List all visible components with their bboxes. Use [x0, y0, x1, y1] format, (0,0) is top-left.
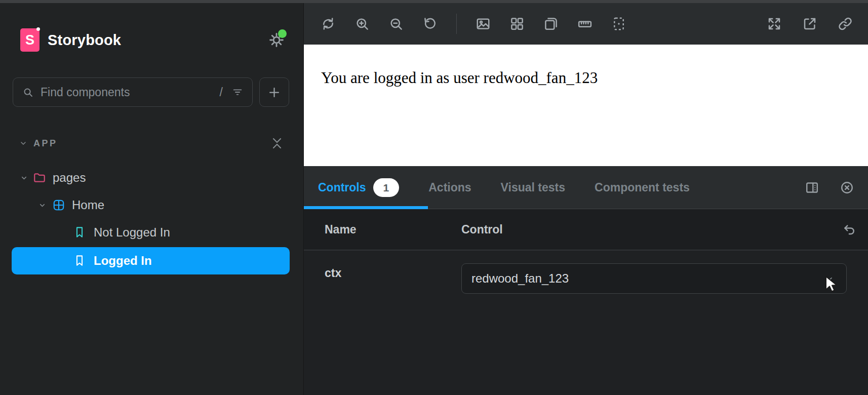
- canvas-toolbar: [304, 3, 868, 45]
- controls-table-header: Name Control: [304, 209, 868, 250]
- component-icon: [52, 199, 65, 212]
- bookmark-icon: [74, 254, 85, 267]
- remount-icon: [321, 16, 336, 31]
- active-tab-underline: [304, 206, 428, 209]
- chevron-down-icon[interactable]: [38, 202, 46, 209]
- tree-item-label: Home: [72, 198, 104, 212]
- fullscreen-button[interactable]: [767, 16, 782, 31]
- tree-item-not-logged-in[interactable]: Not Logged In: [0, 219, 303, 246]
- tab-visual-tests[interactable]: Visual tests: [501, 181, 565, 194]
- tree-item-logged-in[interactable]: Logged In: [12, 247, 290, 274]
- column-header-name: Name: [325, 209, 357, 250]
- collapse-icon: [271, 135, 283, 152]
- copy-link-button[interactable]: [838, 16, 853, 31]
- close-icon: [840, 180, 854, 195]
- story-text: You are logged in as user redwood_fan_12…: [304, 45, 868, 87]
- search-box[interactable]: /: [13, 77, 253, 107]
- tree-item-pages[interactable]: pages: [0, 164, 303, 191]
- backgrounds-button[interactable]: [476, 16, 491, 31]
- close-panel-button[interactable]: [840, 180, 854, 195]
- folder-icon: [33, 171, 46, 184]
- collapse-all-button[interactable]: [271, 135, 283, 152]
- tab-label: Controls: [318, 181, 366, 194]
- external-link-icon: [802, 16, 817, 31]
- toolbar-right-group: [767, 16, 853, 31]
- zoom-in-icon: [354, 16, 370, 31]
- bookmark-icon: [74, 226, 85, 239]
- controls-count-badge: 1: [373, 178, 400, 197]
- zoom-out-icon: [388, 16, 404, 31]
- tree-item-label: Not Logged In: [94, 225, 170, 240]
- ruler-icon: [577, 16, 593, 31]
- tab-actions[interactable]: Actions: [428, 181, 471, 194]
- app-title: Storybook: [48, 32, 121, 49]
- reset-zoom-icon: [422, 16, 438, 31]
- tabbar-right-group: [805, 180, 868, 195]
- toolbar-divider: [456, 14, 457, 34]
- tab-component-tests[interactable]: Component tests: [595, 181, 690, 194]
- component-tree: pages Home Not Logged In Logged In: [0, 164, 303, 274]
- story-canvas: You are logged in as user redwood_fan_12…: [304, 45, 868, 166]
- tab-label: Actions: [428, 181, 471, 194]
- chevron-down-icon: [19, 139, 27, 147]
- viewport-icon: [543, 16, 559, 31]
- zoom-in-button[interactable]: [354, 16, 370, 31]
- remount-button[interactable]: [321, 16, 336, 31]
- controls-table-body: ctx redwood_fan_123: [304, 251, 868, 395]
- link-icon: [838, 16, 853, 31]
- notification-dot: [278, 29, 287, 38]
- reset-zoom-button[interactable]: [422, 16, 438, 31]
- zoom-out-button[interactable]: [388, 16, 404, 31]
- arg-name: ctx: [325, 266, 341, 280]
- sidebar: S Storybook / APP: [0, 3, 304, 395]
- panel-position-button[interactable]: [805, 180, 819, 195]
- open-new-tab-button[interactable]: [802, 16, 817, 31]
- sidebar-section-app[interactable]: APP: [19, 134, 284, 153]
- create-story-button[interactable]: [259, 77, 289, 107]
- storybook-logo-icon: S: [20, 28, 40, 52]
- image-icon: [476, 16, 491, 31]
- column-header-control: Control: [461, 209, 503, 250]
- tab-label: Component tests: [595, 181, 690, 194]
- tree-item-label: Logged In: [94, 254, 152, 268]
- preview-area: You are logged in as user redwood_fan_12…: [304, 3, 868, 395]
- logo-letter: S: [25, 32, 34, 48]
- measure-button[interactable]: [577, 16, 593, 31]
- addon-tabbar: Controls 1 Actions Visual tests Componen…: [304, 166, 868, 209]
- undo-icon: [842, 222, 857, 237]
- search-input[interactable]: [41, 86, 220, 99]
- ctx-select[interactable]: redwood_fan_123: [461, 263, 847, 294]
- tab-label: Visual tests: [501, 181, 565, 194]
- logo-notch: [36, 27, 40, 31]
- outline-icon: [611, 16, 626, 31]
- brand: S Storybook: [20, 28, 121, 52]
- grid-icon: [509, 16, 525, 31]
- grid-button[interactable]: [509, 16, 525, 31]
- filter-icon[interactable]: [232, 87, 243, 98]
- reset-controls-button[interactable]: [842, 222, 857, 237]
- tab-controls[interactable]: Controls 1: [318, 178, 399, 197]
- settings-button[interactable]: [268, 31, 285, 49]
- tree-item-home[interactable]: Home: [0, 191, 303, 219]
- chevron-down-icon: [824, 274, 834, 284]
- fullscreen-icon: [767, 16, 782, 31]
- plus-icon: [267, 86, 281, 99]
- panel-position-icon: [805, 180, 819, 195]
- tree-item-label: pages: [53, 171, 86, 185]
- viewport-button[interactable]: [543, 16, 559, 31]
- chevron-down-icon[interactable]: [20, 174, 28, 182]
- search-icon: [22, 87, 34, 98]
- ctx-select-value: redwood_fan_123: [471, 271, 569, 286]
- section-label: APP: [33, 138, 58, 149]
- search-shortcut-hint: /: [220, 86, 223, 99]
- outline-button[interactable]: [611, 16, 626, 31]
